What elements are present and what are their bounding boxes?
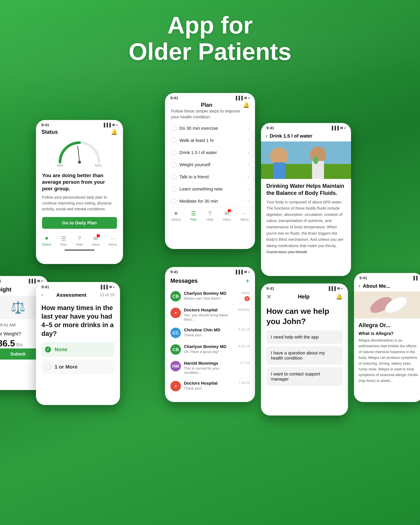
- water-title: Drink 1.5 l of water: [270, 133, 312, 139]
- phone-med: 9:41 ▐▐ ‹ About Me... Allegra Or... What…: [354, 273, 420, 402]
- status-bar-water: 9:41 ▐▐▐ ≋ ▪: [261, 123, 351, 130]
- med-body: Allegra (fexofenadine) is an antihistami…: [358, 338, 419, 384]
- status-bar-med: 9:41 ▐▐: [354, 273, 420, 280]
- status-heading: You are doing better than average person…: [42, 172, 117, 192]
- plan-check-3: [171, 162, 176, 167]
- water-content: Drinking Water Helps Maintain the Balanc…: [261, 179, 351, 259]
- message-item-3[interactable]: CB Charlyon Bonimy MD Ok. Have a good da…: [165, 341, 255, 358]
- plan-item-6[interactable]: Meditate for 30 min ›: [169, 195, 251, 207]
- plan-item-1[interactable]: Walk at least 1 hr ›: [169, 134, 251, 147]
- plan-nav-status[interactable]: ♥ Status: [171, 210, 181, 222]
- med-subheading: What is Allegra?: [358, 331, 419, 336]
- help-option-app[interactable]: I need help with the app: [266, 330, 343, 344]
- weight-value: 186.5: [0, 338, 15, 348]
- svg-point-1: [78, 161, 81, 164]
- plan-check-2: [171, 150, 176, 155]
- med-image: [354, 291, 420, 319]
- hero-title: App for Older Patients: [120, 12, 300, 65]
- message-item-5[interactable]: + Doctors Hospital Thank you! 7.18.19: [165, 378, 255, 394]
- status-body: Follow your personalized daily plan to c…: [42, 194, 117, 212]
- avatar-1: +: [170, 308, 181, 318]
- messages-header: Messages +: [165, 274, 255, 288]
- help-option-health[interactable]: I have a question about my health condit…: [266, 346, 343, 365]
- plan-check-1: [171, 138, 176, 143]
- plan-item-2[interactable]: Drink 1.5 l of water ›: [169, 147, 251, 159]
- back-arrow-icon[interactable]: ‹: [265, 133, 267, 139]
- help-close-icon[interactable]: ✕: [266, 293, 271, 300]
- status-text-area: You are doing better than average person…: [36, 169, 123, 214]
- menu-nav-icon: ···: [111, 235, 115, 242]
- status-bar-weight: 9:41 ▐▐▐ ≋ ▪: [0, 276, 48, 283]
- message-item-4[interactable]: HM Harold Munnings This is normal for yo…: [165, 358, 255, 378]
- plan-bottom-nav: ♥ Status ☰ Plan ? Help ✉ 2 Inbox ··· Men…: [165, 207, 255, 223]
- nav-item-status[interactable]: ♥ Status: [42, 235, 51, 246]
- nav-item-plan[interactable]: ☰ Plan: [60, 235, 67, 247]
- assessment-options: ✓ None 1 or More: [36, 341, 120, 379]
- phone-messages: 9:41 ▐▐▐ ≋ ▪ Messages + CB Charlyon Boni…: [165, 267, 255, 402]
- avatar-3: CB: [170, 344, 181, 355]
- plan-nav-icon: ☰: [61, 235, 66, 242]
- plan-nav-help[interactable]: ? Help: [206, 210, 213, 222]
- message-item-2[interactable]: CC Christine Chin MD Thank you! 8.15.19: [165, 325, 255, 341]
- nav-item-inbox[interactable]: ✉ 2 Inbox: [92, 235, 100, 247]
- status-bar-plan: 9:41 ▐▐▐ ≋ ▪: [165, 93, 255, 100]
- phone-assessment: 9:41 ▐▐▐ ≋ ▪ ‹ Assessment 10 of 20 How m…: [36, 282, 120, 405]
- nav-item-help[interactable]: ? Help: [76, 235, 83, 246]
- gauge-svg: [56, 138, 103, 165]
- gauge-area: MIN MAX: [36, 135, 123, 169]
- svg-rect-7: [312, 161, 324, 179]
- assessment-back-icon[interactable]: ‹: [41, 292, 43, 298]
- plan-item-4[interactable]: Talk to a friend ›: [169, 171, 251, 183]
- med-content: Allegra Or... What is Allegra? Allegra (…: [354, 319, 420, 387]
- help-option-support[interactable]: I want to contact support manager: [266, 367, 343, 386]
- plan-nav-plan[interactable]: ☰ Plan: [190, 210, 197, 222]
- plan-bell-icon: 🔔: [243, 102, 250, 108]
- bell-icon: 🔔: [111, 129, 118, 135]
- water-back-header: ‹ Drink 1.5 l of water: [261, 130, 351, 141]
- assessment-progress: 10 of 20: [99, 292, 115, 297]
- med-title: About Me...: [363, 283, 390, 289]
- plan-item-5[interactable]: Learn something new ›: [169, 183, 251, 195]
- plan-item-0[interactable]: Do 30 min exercise ›: [169, 122, 251, 134]
- plan-check-0: [171, 126, 176, 131]
- chevron-icon-4: ›: [248, 174, 249, 179]
- plan-item-3[interactable]: Weight yourself ›: [169, 159, 251, 171]
- status-screen-title: Status: [41, 129, 58, 135]
- assessment-question: How many times in the last year have you…: [36, 300, 120, 341]
- chevron-icon-3: ›: [248, 162, 249, 167]
- assessment-option-none[interactable]: ✓ None: [41, 342, 115, 357]
- help-bell-icon: 🔔: [336, 294, 343, 300]
- plan-check-4: [171, 174, 176, 179]
- nav-item-menu[interactable]: ··· Menu: [109, 235, 117, 246]
- med-back-icon[interactable]: ‹: [358, 283, 360, 289]
- go-to-daily-plan-button[interactable]: Go to Daily Plan: [42, 217, 117, 229]
- chevron-icon-1: ›: [248, 138, 249, 143]
- plan-subtitle: Follow these simple steps to improve you…: [165, 108, 255, 122]
- chevron-icon-0: ›: [248, 126, 249, 131]
- chevron-icon-6: ›: [248, 199, 249, 204]
- messages-title: Messages: [170, 278, 198, 284]
- check-filled-icon: ✓: [45, 347, 51, 353]
- message-item-1[interactable]: + Doctors Hospital Yes, you should bring…: [165, 305, 255, 325]
- avatar-0: CB: [170, 291, 181, 301]
- hero-section: App for Older Patients: [120, 12, 300, 65]
- med-heading: Allegra Or...: [358, 322, 419, 328]
- help-nav-icon: ?: [78, 235, 81, 242]
- status-bar-help: 9:41 ▐▐▐ ≋ ▪: [261, 283, 348, 291]
- status-nav-icon: ♥: [45, 235, 48, 242]
- message-item-0[interactable]: CB Charlyon Bonimy MD Where can I find t…: [165, 288, 255, 305]
- chevron-icon-2: ›: [248, 150, 249, 155]
- assessment-title: Assessment: [56, 292, 86, 298]
- scale-icon: ⚖️: [10, 300, 26, 314]
- compose-button[interactable]: +: [245, 277, 250, 285]
- water-heading: Drinking Water Helps Maintain the Balanc…: [266, 183, 345, 197]
- plan-nav-menu[interactable]: ··· Menu: [241, 210, 249, 222]
- phone-plan: 9:41 ▐▐▐ ≋ ▪ Plan 🔔 Follow these simple …: [165, 93, 255, 249]
- help-question: How can we help you John?: [261, 302, 348, 328]
- phone-help: 9:41 ▐▐▐ ≋ ▪ ✕ Help 🔔 How can we help yo…: [261, 283, 348, 415]
- assessment-option-oneormore[interactable]: 1 or More: [41, 360, 115, 374]
- svg-line-0: [78, 146, 80, 162]
- plan-nav-inbox[interactable]: ✉ 2 Inbox: [223, 210, 231, 222]
- status-bar-status: 9:41 ▐▐▐ ≋ ▪: [36, 120, 123, 127]
- check-empty-icon: [45, 364, 51, 370]
